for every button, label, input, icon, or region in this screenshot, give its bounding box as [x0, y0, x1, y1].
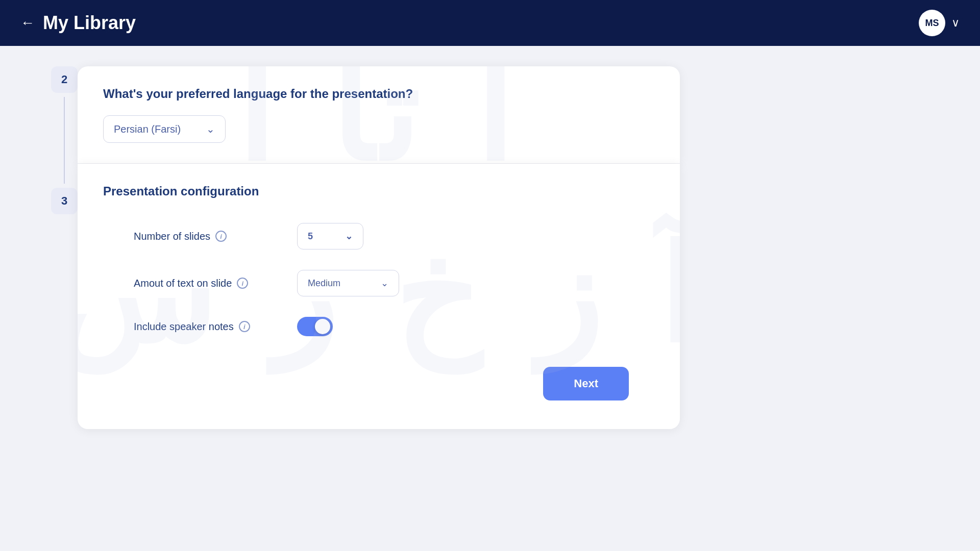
speaker-notes-label: Include speaker notes i: [134, 321, 297, 333]
step-connector-line: [64, 97, 65, 184]
language-watermark: آ تأ ا: [78, 66, 680, 163]
text-amount-value: Medium: [308, 278, 340, 289]
header-right: MS ∨: [919, 10, 960, 36]
text-info-icon[interactable]: i: [237, 278, 248, 289]
watermark-text: آ تأ ا: [236, 66, 521, 163]
language-card: What's your preferred language for the p…: [78, 66, 680, 164]
text-amount-chevron-icon: ⌄: [381, 278, 388, 289]
step-3-badge: 3: [51, 188, 78, 214]
next-button[interactable]: Next: [543, 367, 629, 400]
step-2-badge: 2: [51, 66, 78, 93]
text-amount-dropdown[interactable]: Medium ⌄: [297, 270, 399, 296]
header-title: My Library: [43, 12, 136, 34]
slides-label: Number of slides i: [134, 231, 297, 242]
slides-value: 5: [308, 231, 313, 242]
header-left: ← My Library: [20, 12, 136, 34]
config-card: Presentation configuration Number of sli…: [78, 164, 680, 429]
language-dropdown[interactable]: Persian (Farsi) ⌄: [103, 115, 226, 143]
language-value: Persian (Farsi): [114, 123, 181, 135]
back-button[interactable]: ←: [20, 15, 35, 31]
app-header: ← My Library MS ∨: [0, 0, 980, 46]
config-card-title: Presentation configuration: [103, 184, 654, 198]
steps-column: 2 3: [51, 66, 78, 429]
slides-chevron-icon: ⌄: [345, 231, 353, 242]
user-menu-chevron-icon[interactable]: ∨: [951, 16, 960, 30]
cards-container: What's your preferred language for the p…: [78, 66, 680, 429]
avatar[interactable]: MS: [919, 10, 945, 36]
speaker-notes-row: Include speaker notes i: [103, 317, 654, 336]
toggle-knob: [315, 319, 330, 334]
language-card-title: What's your preferred language for the p…: [103, 87, 654, 101]
main-content: 2 3 What's your preferred language for t…: [0, 46, 980, 449]
notes-info-icon[interactable]: i: [239, 321, 250, 332]
language-chevron-icon: ⌄: [206, 123, 215, 135]
slides-info-icon[interactable]: i: [215, 231, 227, 242]
slides-dropdown[interactable]: 5 ⌄: [297, 223, 363, 249]
text-amount-row: Amout of text on slide i Medium ⌄: [103, 270, 654, 296]
slides-row: Number of slides i 5 ⌄: [103, 223, 654, 249]
speaker-notes-toggle[interactable]: [297, 317, 333, 336]
next-btn-container: Next: [103, 367, 654, 400]
text-amount-label: Amout of text on slide i: [134, 278, 297, 289]
